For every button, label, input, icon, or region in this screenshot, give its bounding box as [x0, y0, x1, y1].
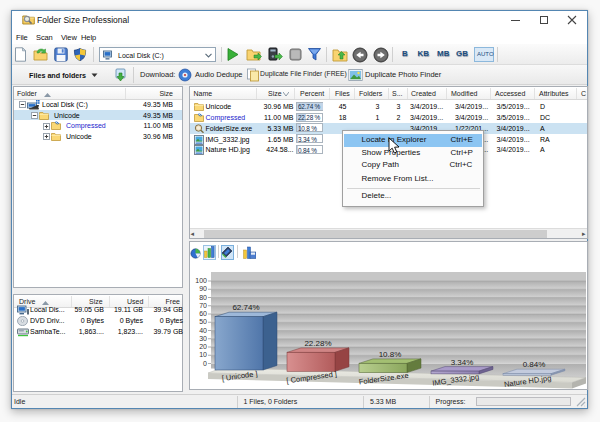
svg-text:40: 40: [199, 327, 207, 334]
svg-text:22.28%: 22.28%: [304, 339, 331, 348]
svg-text:30: 30: [199, 335, 207, 342]
svg-text:70: 70: [199, 302, 207, 309]
svg-text:20: 20: [199, 343, 207, 350]
svg-text:80: 80: [199, 294, 207, 301]
svg-text:0.84%: 0.84%: [522, 360, 545, 369]
svg-text:90: 90: [199, 285, 207, 292]
svg-text:62.74%: 62.74%: [232, 303, 259, 312]
svg-text:100: 100: [195, 277, 207, 284]
svg-text:10.8%: 10.8%: [378, 350, 401, 359]
svg-text:3.34%: 3.34%: [450, 358, 473, 367]
svg-text:60: 60: [199, 310, 207, 317]
svg-text:0: 0: [203, 360, 207, 367]
svg-text:10: 10: [199, 351, 207, 358]
svg-text:50: 50: [199, 318, 207, 325]
